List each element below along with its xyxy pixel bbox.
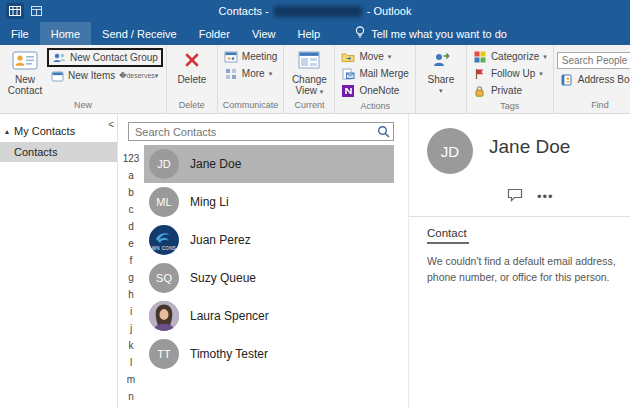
contact-name: Laura Spencer: [190, 309, 269, 323]
move-button[interactable]: Move ▾: [338, 48, 411, 65]
more-icon: [224, 68, 238, 80]
new-items-icon: [50, 70, 64, 82]
delete-icon: [183, 48, 201, 72]
avatar-initials: JD: [149, 149, 179, 179]
meeting-icon: [224, 51, 238, 63]
contact-row-laura-spencer[interactable]: Laura Spencer: [144, 297, 394, 335]
more-options-button[interactable]: •••: [537, 192, 554, 202]
alpha-item[interactable]: b: [121, 184, 141, 201]
follow-up-button[interactable]: Follow Up ▾: [470, 65, 550, 82]
detail-avatar: JD: [427, 128, 473, 174]
new-contact-button[interactable]: New Contact: [3, 45, 47, 96]
new-items-button[interactable]: New Items �deserves▾: [47, 67, 163, 84]
contact-name: Jane Doe: [190, 157, 241, 171]
alpha-item[interactable]: i: [121, 303, 141, 320]
group-label-new: New: [3, 98, 163, 113]
change-view-label-1: Change: [292, 74, 327, 85]
quick-access-toolbar: [0, 3, 42, 19]
tab-help[interactable]: Help: [287, 22, 332, 45]
quick-access-grid-icon[interactable]: [31, 6, 42, 16]
tab-home[interactable]: Home: [40, 22, 91, 45]
ribbon-tab-bar: File Home Send / Receive Folder View Hel…: [0, 22, 630, 45]
alpha-item[interactable]: l: [121, 354, 141, 371]
search-contacts-input[interactable]: [129, 126, 373, 138]
share-button[interactable]: Share ▾: [419, 45, 463, 96]
contact-row-timothy-tester[interactable]: TT Timothy Tester: [144, 335, 394, 373]
tab-folder[interactable]: Folder: [188, 22, 241, 45]
group-label-actions: Actions: [338, 99, 411, 113]
contact-name: Suzy Queue: [190, 271, 256, 285]
redacted-account-name: [274, 6, 362, 17]
more-button[interactable]: More ▾: [221, 65, 281, 82]
folder-sidebar: < ▴ My Contacts Contacts: [0, 114, 118, 408]
detail-avatar-initials: JD: [441, 143, 459, 160]
change-view-button[interactable]: Change View ▾: [287, 45, 331, 97]
company-logo-avatar: WN CONS: [149, 225, 179, 255]
outlook-app-icon[interactable]: [6, 3, 24, 19]
contact-group-icon: [52, 52, 66, 64]
chat-bubble-icon[interactable]: [507, 188, 523, 206]
contact-row-juan-perez[interactable]: WN CONS Juan Perez: [144, 221, 394, 259]
contact-row-jane-doe[interactable]: JD Jane Doe: [144, 145, 394, 183]
window-title-prefix: Contacts -: [219, 5, 269, 17]
search-contacts-box[interactable]: [128, 122, 394, 141]
dropdown-caret-icon: ▾: [439, 85, 443, 96]
tell-me-box[interactable]: Tell me what you want to do: [347, 22, 515, 45]
dropdown-caret-icon: �deserves▾: [119, 72, 158, 80]
meeting-button[interactable]: Meeting: [221, 48, 281, 65]
my-contacts-header[interactable]: ▴ My Contacts: [0, 122, 117, 142]
alpha-item[interactable]: 123: [121, 150, 141, 167]
dropdown-caret-icon: ▾: [539, 70, 543, 78]
contact-name: Timothy Tester: [190, 347, 268, 361]
private-lock-icon: [473, 85, 487, 97]
lightbulb-icon: [355, 26, 365, 41]
contact-name: Juan Perez: [190, 233, 251, 247]
alpha-item[interactable]: k: [121, 337, 141, 354]
tab-file[interactable]: File: [0, 22, 40, 45]
ribbon-group-communicate: Meeting More ▾ Communicate: [218, 45, 285, 113]
alpha-item[interactable]: a: [121, 167, 141, 184]
search-icon[interactable]: [373, 125, 393, 138]
private-button[interactable]: Private: [470, 82, 550, 99]
sidebar-item-contacts[interactable]: Contacts: [0, 142, 117, 162]
share-label: Share: [428, 74, 455, 85]
alpha-item[interactable]: e: [121, 235, 141, 252]
alpha-item[interactable]: f: [121, 252, 141, 269]
contact-list: JD Jane Doe ML Ming Li WN CONS Juan Pere…: [144, 145, 394, 373]
address-book-button[interactable]: Address Book: [557, 71, 630, 88]
alpha-item[interactable]: m: [121, 371, 141, 388]
titlebar: Contacts - - Outlook: [0, 0, 630, 22]
alpha-item[interactable]: j: [121, 320, 141, 337]
detail-contact-name: Jane Doe: [489, 136, 570, 158]
new-contact-label-2: Contact: [8, 85, 42, 96]
follow-up-flag-icon: [473, 68, 487, 80]
collapse-triangle-icon: ▴: [5, 127, 9, 136]
tab-view[interactable]: View: [241, 22, 287, 45]
alpha-item[interactable]: g: [121, 269, 141, 286]
tab-send-receive[interactable]: Send / Receive: [91, 22, 188, 45]
group-label-delete: Delete: [170, 98, 214, 113]
new-contact-group-button[interactable]: New Contact Group: [47, 48, 163, 67]
alpha-item[interactable]: c: [121, 201, 141, 218]
ribbon-group-find: Address Book Find: [554, 45, 630, 113]
collapse-pane-icon[interactable]: <: [108, 119, 114, 130]
alpha-item[interactable]: d: [121, 218, 141, 235]
ribbon-group-actions: Move ▾ Mail Merge OneNote: [335, 45, 415, 113]
ribbon-group-current-view: Change View ▾ Current View: [284, 45, 335, 113]
search-people-input[interactable]: [557, 52, 630, 69]
avatar-initials: TT: [149, 339, 179, 369]
delete-button[interactable]: Delete: [170, 45, 214, 85]
group-label-communicate: Communicate: [221, 98, 281, 113]
mail-merge-button[interactable]: Mail Merge: [338, 65, 411, 82]
dropdown-caret-icon: ▾: [269, 70, 273, 78]
alpha-item[interactable]: h: [121, 286, 141, 303]
contact-row-suzy-queue[interactable]: SQ Suzy Queue: [144, 259, 394, 297]
onenote-button[interactable]: OneNote: [338, 82, 411, 99]
contact-section-tab[interactable]: Contact: [427, 217, 469, 244]
categorize-button[interactable]: Categorize ▾: [470, 48, 550, 65]
contact-row-ming-li[interactable]: ML Ming Li: [144, 183, 394, 221]
contact-list-pane: 123 a b c d e f g h i j k l m n JD Jane …: [118, 114, 408, 408]
delete-label: Delete: [177, 74, 206, 85]
alpha-item[interactable]: n: [121, 388, 141, 405]
group-label-find: Find: [557, 98, 630, 113]
